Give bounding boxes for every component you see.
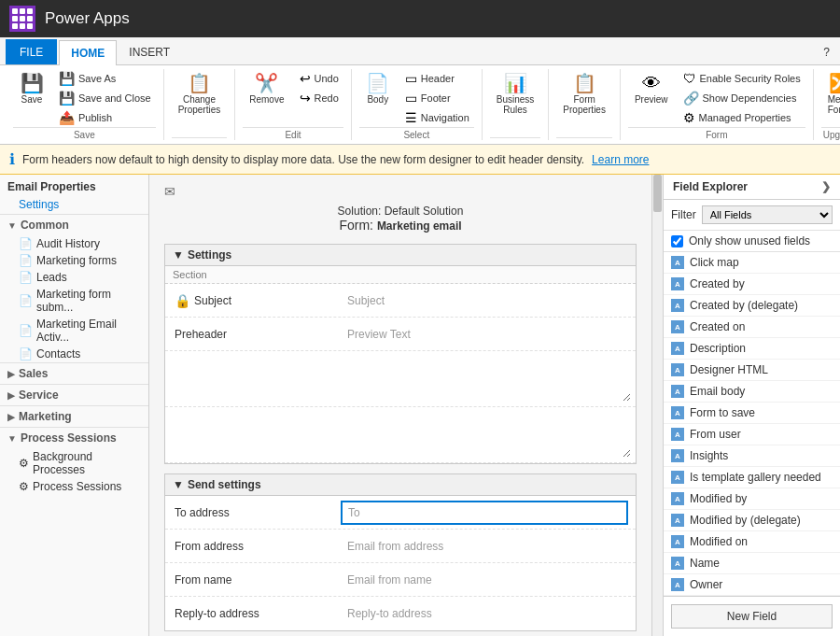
save-button[interactable]: 💾 Save — [13, 69, 50, 109]
app-title: Power Apps — [45, 9, 130, 28]
tab-insert[interactable]: INSERT — [117, 39, 182, 64]
field-list-item[interactable]: ADesigner HTML — [664, 360, 840, 381]
remove-button[interactable]: ✂️ Remove — [243, 69, 290, 109]
preheader-input[interactable] — [341, 323, 628, 346]
deps-icon: 🔗 — [683, 92, 699, 105]
change-props-label: ChangeProperties — [178, 94, 221, 115]
ribbon-group-edit: ✂️ Remove ↩ Undo ↪ Redo Edit — [235, 69, 352, 140]
undo-button[interactable]: ↩ Undo — [295, 69, 343, 88]
field-list-item[interactable]: AInsights — [664, 445, 840, 467]
filter-select[interactable]: All Fields Required Fields Custom Fields — [702, 205, 833, 224]
sidebar-marketing-forms[interactable]: 📄 Marketing forms — [0, 252, 148, 269]
ribbon-group-save-content: 💾 Save 💾 Save As 💾 Save and Close 📤 Publ… — [13, 69, 156, 127]
mf-subm-label: Marketing form subm... — [36, 288, 141, 314]
only-unused-checkbox[interactable] — [671, 235, 683, 247]
ribbon-group-save: 💾 Save 💾 Save As 💾 Save and Close 📤 Publ… — [6, 69, 164, 140]
field-list-item[interactable]: AName — [664, 553, 840, 574]
change-properties-button[interactable]: 📋 ChangeProperties — [172, 69, 228, 120]
field-list-item[interactable]: AIs template gallery needed — [664, 467, 840, 488]
save-group-label: Save — [13, 127, 156, 140]
security-label: Enable Security Roles — [700, 73, 801, 84]
sidebar-contacts[interactable]: 📄 Contacts — [0, 346, 148, 362]
settings-section-title[interactable]: ▼ Settings — [165, 245, 636, 266]
field-list-item[interactable]: ACreated by — [664, 274, 840, 295]
ribbon: 💾 Save 💾 Save As 💾 Save and Close 📤 Publ… — [0, 65, 840, 145]
subject-input[interactable] — [341, 290, 628, 312]
textarea-field-1[interactable] — [169, 355, 632, 403]
from-name-input[interactable] — [341, 569, 628, 591]
ribbon-group-change-props: 📋 ChangeProperties — [164, 69, 236, 140]
from-address-input[interactable] — [341, 535, 628, 558]
field-list-item[interactable]: AFrom user — [664, 424, 840, 445]
form-email-header: ✉ — [164, 184, 637, 199]
reply-to-input[interactable] — [341, 602, 628, 625]
new-field-button[interactable]: New Field — [671, 604, 833, 629]
body-button[interactable]: 📄 Body — [359, 69, 397, 109]
sidebar-settings[interactable]: Settings — [0, 195, 148, 214]
enable-security-button[interactable]: 🛡 Enable Security Roles — [679, 69, 805, 88]
email-properties-header: Email Properties — [0, 175, 148, 195]
managed-props-button[interactable]: ⚙ Managed Properties — [679, 108, 805, 127]
field-list-item[interactable]: AEmail body — [664, 381, 840, 403]
save-as-button[interactable]: 💾 Save As — [54, 69, 156, 88]
field-type-icon: A — [671, 299, 684, 312]
sidebar-service-section[interactable]: ▶ Service — [0, 384, 148, 405]
info-bar: ℹ Form headers now default to high densi… — [0, 145, 840, 175]
reply-to-label: Reply-to address — [165, 597, 333, 630]
save-icon: 💾 — [21, 74, 44, 92]
textarea-field-2[interactable] — [169, 411, 632, 459]
sidebar-marketing-section[interactable]: ▶ Marketing — [0, 405, 148, 427]
field-list-item[interactable]: ADescription — [664, 338, 840, 360]
field-list-item[interactable]: AModified by (delegate) — [664, 510, 840, 531]
sidebar-audit-history[interactable]: 📄 Audit History — [0, 235, 148, 252]
save-close-button[interactable]: 💾 Save and Close — [54, 89, 156, 107]
reply-to-input-container — [333, 597, 636, 630]
field-type-icon: A — [671, 256, 684, 269]
preview-button[interactable]: 👁 Preview — [628, 69, 675, 109]
publish-button[interactable]: 📤 Publish — [54, 108, 156, 127]
field-list-item[interactable]: AModified by — [664, 488, 840, 510]
form-editor-scrollbar[interactable] — [651, 175, 663, 636]
sidebar-sales-section[interactable]: ▶ Sales — [0, 362, 148, 384]
merge-icon: 🔀 — [829, 74, 840, 92]
from-address-input-container — [333, 530, 636, 562]
field-list-item[interactable]: AOwner — [664, 574, 840, 596]
tab-help[interactable]: ? — [813, 39, 840, 64]
sidebar-process-sessions[interactable]: ⚙ Process Sessions — [0, 478, 148, 495]
sidebar-common-section[interactable]: ▼ Common — [0, 214, 148, 235]
field-list-item[interactable]: AClick map — [664, 252, 840, 274]
field-list-item[interactable]: ACreated by (delegate) — [664, 295, 840, 317]
sidebar-marketing-email-activ[interactable]: 📄 Marketing Email Activ... — [0, 316, 148, 346]
title-bar: Power Apps — [0, 0, 840, 37]
send-settings-title[interactable]: ▼ Send settings — [165, 474, 636, 496]
sidebar-process-sessions-section[interactable]: ▼ Process Sessions — [0, 427, 148, 448]
show-deps-button[interactable]: 🔗 Show Dependencies — [679, 89, 805, 107]
sidebar-leads[interactable]: 📄 Leads — [0, 269, 148, 286]
textarea-row-2 — [165, 407, 636, 463]
business-rules-button[interactable]: 📊 BusinessRules — [490, 69, 541, 120]
tab-home[interactable]: HOME — [59, 40, 117, 65]
navigation-button[interactable]: ☰ Navigation — [400, 108, 474, 127]
to-address-input[interactable] — [341, 501, 628, 525]
field-list-item[interactable]: AModified on — [664, 531, 840, 553]
sidebar-background-processes[interactable]: ⚙ Background Processes — [0, 448, 148, 478]
field-filter: Filter All Fields Required Fields Custom… — [664, 200, 840, 231]
footer-button[interactable]: ▭ Footer — [400, 89, 474, 107]
scroll-thumb[interactable] — [653, 175, 662, 212]
section-label: Section — [165, 266, 636, 284]
redo-icon: ↪ — [300, 92, 311, 105]
field-explorer-expand-icon[interactable]: ❯ — [821, 180, 831, 193]
form-properties-button[interactable]: 📋 FormProperties — [556, 69, 612, 120]
merge-forms-button[interactable]: 🔀 MergeForms — [821, 69, 840, 120]
info-learn-more-link[interactable]: Learn more — [592, 153, 649, 166]
app-grid-icon[interactable] — [9, 6, 35, 32]
header-button[interactable]: ▭ Header — [400, 69, 474, 88]
select-group-content: 📄 Body ▭ Header ▭ Footer ☰ Navigation — [359, 69, 474, 127]
tab-file[interactable]: FILE — [6, 39, 57, 64]
sidebar-marketing-form-subm[interactable]: 📄 Marketing form subm... — [0, 286, 148, 316]
field-list-item[interactable]: AForm to save — [664, 403, 840, 424]
field-list-item[interactable]: ACreated on — [664, 317, 840, 338]
from-name-row: From name — [165, 563, 636, 597]
field-type-icon: A — [671, 277, 684, 290]
redo-button[interactable]: ↪ Redo — [295, 89, 343, 107]
